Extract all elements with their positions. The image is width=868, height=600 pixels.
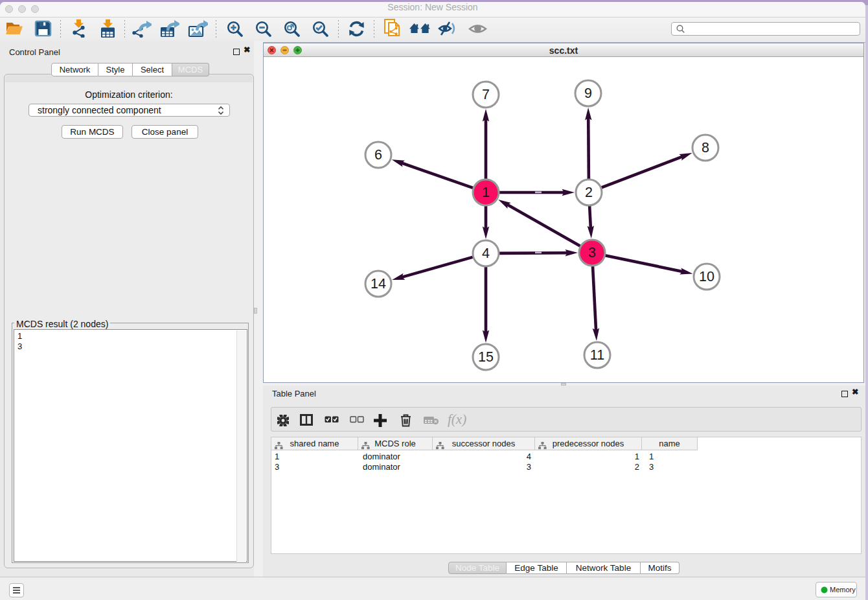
svg-text:7: 7: [482, 87, 490, 102]
svg-text:10: 10: [699, 269, 714, 284]
svg-text:9: 9: [584, 86, 592, 101]
svg-text:8: 8: [702, 140, 709, 156]
svg-text:15: 15: [478, 349, 494, 365]
svg-text:11: 11: [590, 347, 604, 363]
svg-text:4: 4: [482, 246, 490, 261]
svg-text:1: 1: [482, 185, 490, 200]
svg-text:3: 3: [588, 245, 596, 260]
svg-text:14: 14: [371, 276, 386, 292]
svg-text:2: 2: [585, 185, 593, 200]
svg-text:6: 6: [374, 147, 382, 163]
